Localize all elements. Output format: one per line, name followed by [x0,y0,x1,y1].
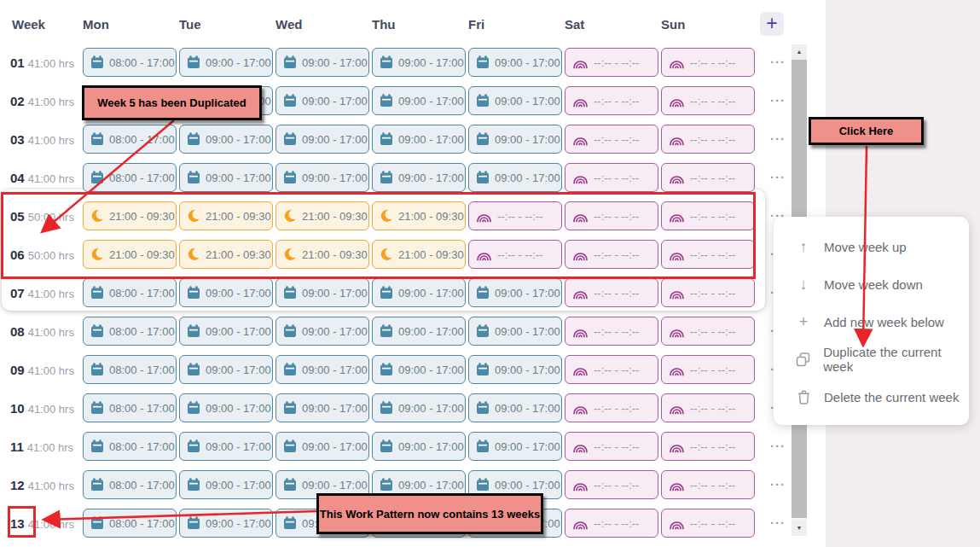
shift-cell-rest[interactable]: --:-- - --:-- [661,163,755,192]
menu-item-add-new-week[interactable]: + Add new week below [774,303,969,340]
shift-cell-night[interactable]: 21:00 - 09:30 [179,201,273,230]
shift-cell-night[interactable]: 21:00 - 09:30 [83,240,177,269]
row-menu-button[interactable]: ··· [770,173,789,182]
shift-cell-day[interactable]: 09:00 - 17:00 [372,355,466,384]
shift-cell-night[interactable]: 21:00 - 09:30 [83,201,177,230]
shift-cell-day[interactable]: 09:00 - 17:00 [179,432,273,461]
shift-cell-day[interactable]: 09:00 - 17:00 [468,48,562,77]
shift-cell-rest[interactable]: --:-- - --:-- [565,86,658,115]
shift-cell-rest[interactable]: --:-- - --:-- [565,432,658,461]
shift-cell-day[interactable]: 08:00 - 17:00 [83,278,177,307]
shift-cell-day[interactable]: 09:00 - 17:00 [468,432,562,461]
scroll-down-icon[interactable]: ▼ [792,521,807,536]
shift-cell-day[interactable]: 09:00 - 17:00 [468,163,562,192]
shift-cell-rest[interactable]: --:-- - --:-- [565,201,658,230]
shift-cell-day[interactable]: 09:00 - 17:00 [372,432,466,461]
shift-cell-rest[interactable]: --:-- - --:-- [565,125,658,154]
shift-cell-rest[interactable]: --:-- - --:-- [661,125,755,154]
shift-cell-rest[interactable]: --:-- - --:-- [565,393,658,422]
row-menu-button[interactable]: ··· [770,442,789,451]
shift-cell-rest[interactable]: --:-- - --:-- [661,432,755,461]
shift-cell-day[interactable]: 09:00 - 17:00 [275,48,369,77]
shift-cell-day[interactable]: 08:00 - 17:00 [83,125,177,154]
shift-cell-day[interactable]: 08:00 - 17:00 [83,355,177,384]
shift-cell-day[interactable]: 09:00 - 17:00 [179,48,273,77]
menu-item-duplicate-week[interactable]: Duplicate the current week [774,340,969,378]
row-menu-button[interactable]: ··· [770,96,789,105]
shift-cell-day[interactable]: 09:00 - 17:00 [179,509,273,538]
row-menu-button[interactable]: ··· [770,480,789,489]
shift-cell-rest[interactable]: --:-- - --:-- [468,240,562,269]
shift-cell-rest[interactable]: --:-- - --:-- [661,317,755,346]
shift-cell-rest[interactable]: --:-- - --:-- [468,201,562,230]
shift-cell-day[interactable]: 09:00 - 17:00 [179,125,273,154]
shift-cell-night[interactable]: 21:00 - 09:30 [372,201,466,230]
shift-cell-rest[interactable]: --:-- - --:-- [565,355,658,384]
shift-cell-day[interactable]: 09:00 - 17:00 [468,393,562,422]
shift-cell-day[interactable]: 09:00 - 17:00 [372,125,466,154]
shift-cell-night[interactable]: 21:00 - 09:30 [372,240,466,269]
shift-cell-day[interactable]: 09:00 - 17:00 [275,278,369,307]
shift-cell-night[interactable]: 21:00 - 09:30 [275,240,369,269]
shift-cell-rest[interactable]: --:-- - --:-- [661,86,755,115]
shift-cell-rest[interactable]: --:-- - --:-- [661,393,755,422]
shift-cell-rest[interactable]: --:-- - --:-- [661,240,755,269]
shift-cell-night[interactable]: 21:00 - 09:30 [275,201,369,230]
shift-cell-rest[interactable]: --:-- - --:-- [565,317,658,346]
shift-cell-day[interactable]: 08:00 - 17:00 [83,470,177,499]
shift-cell-day[interactable]: 09:00 - 17:00 [468,86,562,115]
shift-cell-day[interactable]: 09:00 - 17:00 [372,317,466,346]
shift-cell-day[interactable]: 09:00 - 17:00 [468,317,562,346]
shift-cell-day[interactable]: 09:00 - 17:00 [275,163,369,192]
menu-item-delete-week[interactable]: Delete the current week [774,378,969,416]
row-menu-button[interactable]: ··· [770,519,789,527]
shift-cell-rest[interactable]: --:-- - --:-- [565,240,658,269]
shift-cell-day[interactable]: 09:00 - 17:00 [372,278,466,307]
shift-cell-day[interactable]: 09:00 - 17:00 [275,393,369,422]
shift-cell-day[interactable]: 09:00 - 17:00 [372,48,466,77]
shift-time: --:-- - --:-- [690,402,735,415]
shift-cell-rest[interactable]: --:-- - --:-- [565,48,658,77]
shift-cell-rest[interactable]: --:-- - --:-- [565,163,658,192]
row-menu-button[interactable]: ··· [770,58,789,67]
day-header-sat: Sat [565,17,584,32]
shift-cell-rest[interactable]: --:-- - --:-- [661,509,755,538]
shift-cell-day[interactable]: 09:00 - 17:00 [372,393,466,422]
shift-cell-day[interactable]: 09:00 - 17:00 [468,355,562,384]
shift-cell-day[interactable]: 08:00 - 17:00 [83,48,177,77]
shift-cell-day[interactable]: 08:00 - 17:00 [83,393,177,422]
shift-cell-rest[interactable]: --:-- - --:-- [565,509,658,538]
shift-cell-day[interactable]: 08:00 - 17:00 [83,509,177,538]
shift-cell-rest[interactable]: --:-- - --:-- [661,201,755,230]
shift-cell-day[interactable]: 09:00 - 17:00 [275,125,369,154]
menu-item-move-week-down[interactable]: ↓ Move week down [774,265,969,303]
shift-cell-day[interactable]: 09:00 - 17:00 [372,163,466,192]
shift-cell-rest[interactable]: --:-- - --:-- [661,355,755,384]
shift-cell-day[interactable]: 09:00 - 17:00 [468,125,562,154]
shift-cell-day[interactable]: 08:00 - 17:00 [83,317,177,346]
shift-cell-day[interactable]: 09:00 - 17:00 [468,278,562,307]
row-menu-button[interactable]: ··· [770,135,789,143]
shift-cell-day[interactable]: 09:00 - 17:00 [179,355,273,384]
shift-cell-day[interactable]: 09:00 - 17:00 [179,393,273,422]
shift-cell-day[interactable]: 09:00 - 17:00 [275,355,369,384]
shift-cell-day[interactable]: 09:00 - 17:00 [275,86,369,115]
shift-cell-rest[interactable]: --:-- - --:-- [661,470,755,499]
shift-cell-rest[interactable]: --:-- - --:-- [661,278,755,307]
shift-cell-day[interactable]: 09:00 - 17:00 [275,432,369,461]
menu-item-move-week-up[interactable]: ↑ Move week up [774,228,969,265]
shift-cell-day[interactable]: 09:00 - 17:00 [179,470,273,499]
shift-cell-rest[interactable]: --:-- - --:-- [661,48,755,77]
shift-cell-night[interactable]: 21:00 - 09:30 [179,240,273,269]
shift-cell-rest[interactable]: --:-- - --:-- [565,278,658,307]
shift-cell-day[interactable]: 09:00 - 17:00 [179,163,273,192]
scroll-up-icon[interactable]: ▲ [792,44,807,60]
add-week-button[interactable]: + [760,12,784,36]
shift-cell-day[interactable]: 09:00 - 17:00 [275,317,369,346]
shift-cell-day[interactable]: 09:00 - 17:00 [179,317,273,346]
shift-cell-day[interactable]: 09:00 - 17:00 [372,86,466,115]
shift-cell-day[interactable]: 09:00 - 17:00 [179,278,273,307]
shift-cell-rest[interactable]: --:-- - --:-- [565,470,658,499]
shift-cell-day[interactable]: 08:00 - 17:00 [83,163,177,192]
shift-cell-day[interactable]: 08:00 - 17:00 [83,432,177,461]
